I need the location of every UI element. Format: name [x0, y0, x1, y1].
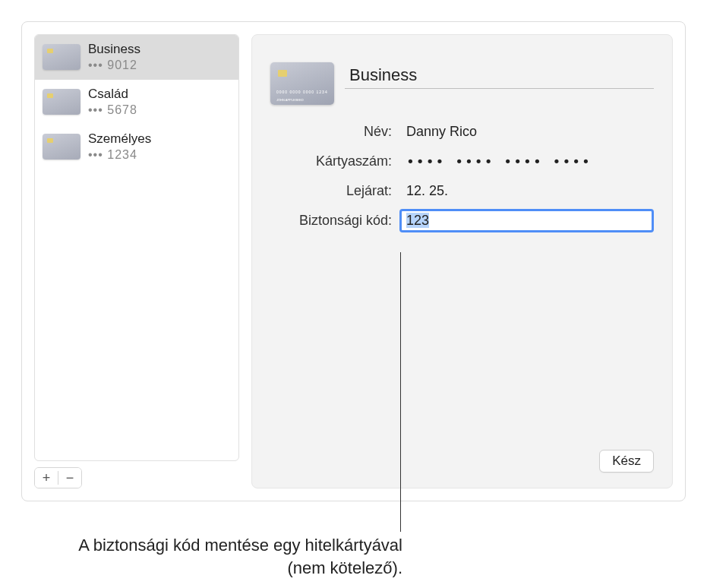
done-button[interactable]: Kész [599, 450, 654, 473]
row-number: Kártyaszám: [270, 150, 654, 173]
sidebar-item-family[interactable]: Család ••• 5678 [35, 80, 238, 125]
expiry-field[interactable] [399, 179, 654, 203]
sidebar-item-sub: ••• 1234 [88, 147, 151, 163]
content-area: Business ••• 9012 Család ••• 5678 [22, 22, 685, 501]
label-expiry: Lejárat: [270, 183, 392, 199]
card-title-input[interactable] [345, 62, 654, 89]
label-cvc: Biztonsági kód: [270, 213, 392, 229]
footer-row: Kész [270, 436, 654, 473]
credit-card-icon: 0000 0000 0000 1234 JOHN APPLESEED [270, 62, 334, 105]
callout-line [400, 252, 401, 532]
remove-button[interactable]: − [58, 468, 81, 488]
row-expiry: Lejárat: [270, 179, 654, 203]
card-list: Business ••• 9012 Család ••• 5678 [34, 34, 239, 461]
credit-card-icon [43, 134, 80, 160]
sidebar-item-sub: ••• 5678 [88, 103, 137, 119]
preferences-window: Business ••• 9012 Család ••• 5678 [21, 21, 686, 501]
credit-card-icon [43, 44, 80, 70]
label-name: Név: [270, 124, 392, 140]
sidebar-item-title: Család [88, 86, 137, 103]
sidebar-toolbar: + − [34, 467, 82, 488]
card-form: Név: Kártyaszám: Lejárat: Biztonsági kód… [270, 120, 654, 232]
sidebar-item-personal[interactable]: Személyes ••• 1234 [35, 125, 238, 169]
credit-card-icon [43, 89, 80, 115]
row-cvc: Biztonsági kód: 123 [270, 209, 654, 232]
sidebar-column: Business ••• 9012 Család ••• 5678 [34, 34, 239, 488]
row-name: Név: [270, 120, 654, 144]
number-field[interactable] [399, 150, 654, 173]
sidebar-item-title: Business [88, 41, 140, 58]
sidebar-item-title: Személyes [88, 131, 151, 147]
sidebar-item-sub: ••• 9012 [88, 58, 140, 74]
detail-panel: 0000 0000 0000 1234 JOHN APPLESEED Név: … [251, 34, 673, 488]
callout-text: A biztonsági kód mentése egy hitelkártyá… [76, 534, 402, 579]
label-number: Kártyaszám: [270, 153, 392, 169]
add-button[interactable]: + [35, 468, 58, 488]
cvc-field[interactable]: 123 [399, 209, 654, 232]
sidebar-item-business[interactable]: Business ••• 9012 [35, 35, 238, 80]
name-field[interactable] [399, 120, 654, 144]
detail-header: 0000 0000 0000 1234 JOHN APPLESEED [270, 62, 654, 105]
